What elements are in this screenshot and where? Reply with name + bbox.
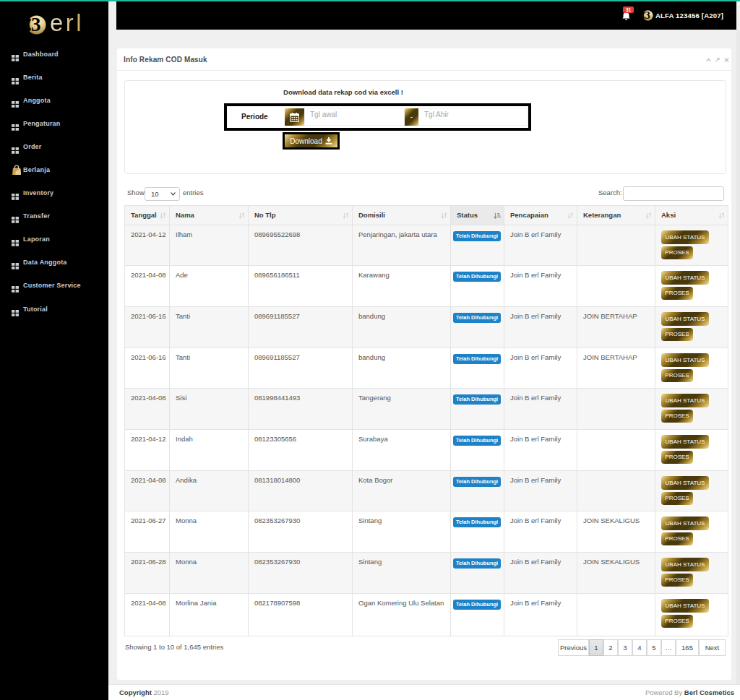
svg-text:3: 3 [645,10,650,21]
svg-text:3: 3 [31,15,41,35]
